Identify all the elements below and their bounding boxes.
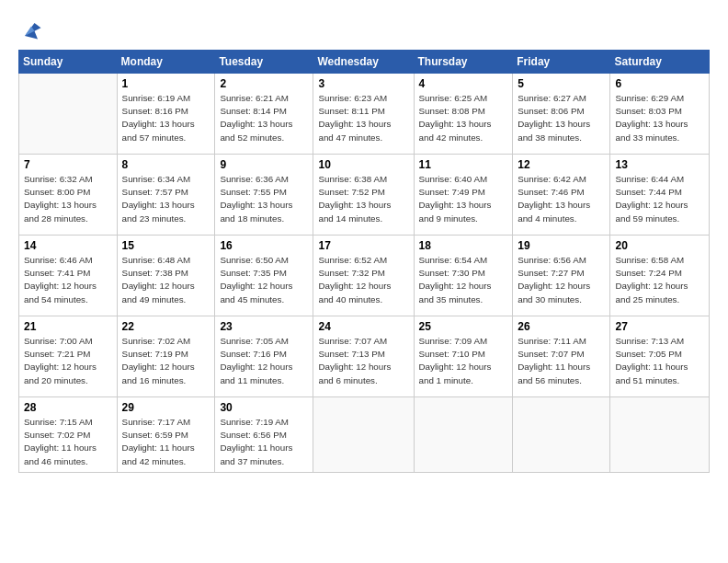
header	[18, 17, 710, 42]
day-info: Sunrise: 6:42 AM Sunset: 7:46 PM Dayligh…	[518, 173, 605, 225]
calendar-cell: 25Sunrise: 7:09 AM Sunset: 7:10 PM Dayli…	[414, 316, 513, 397]
day-number: 9	[220, 158, 308, 171]
day-info: Sunrise: 7:07 AM Sunset: 7:13 PM Dayligh…	[318, 335, 408, 387]
calendar-cell: 9Sunrise: 6:36 AM Sunset: 7:55 PM Daylig…	[215, 155, 313, 236]
day-number: 20	[615, 239, 704, 252]
calendar-cell: 16Sunrise: 6:50 AM Sunset: 7:35 PM Dayli…	[215, 236, 313, 316]
day-number: 18	[419, 239, 508, 252]
day-number: 3	[318, 77, 408, 90]
calendar-cell: 11Sunrise: 6:40 AM Sunset: 7:49 PM Dayli…	[414, 155, 513, 236]
day-info: Sunrise: 6:38 AM Sunset: 7:52 PM Dayligh…	[318, 173, 408, 225]
day-number: 15	[122, 239, 210, 252]
day-info: Sunrise: 6:52 AM Sunset: 7:32 PM Dayligh…	[318, 254, 408, 306]
day-number: 10	[318, 158, 408, 171]
day-number: 19	[518, 239, 605, 252]
day-number: 17	[318, 239, 408, 252]
calendar-cell: 24Sunrise: 7:07 AM Sunset: 7:13 PM Dayli…	[313, 316, 414, 397]
day-info: Sunrise: 7:11 AM Sunset: 7:07 PM Dayligh…	[518, 335, 605, 387]
calendar-cell: 22Sunrise: 7:02 AM Sunset: 7:19 PM Dayli…	[117, 316, 215, 397]
calendar-cell	[19, 74, 118, 155]
weekday-header: Sunday	[19, 51, 118, 74]
logo	[18, 17, 48, 42]
day-info: Sunrise: 6:46 AM Sunset: 7:41 PM Dayligh…	[24, 254, 112, 306]
day-number: 30	[220, 401, 308, 414]
day-number: 4	[419, 77, 508, 90]
day-info: Sunrise: 6:29 AM Sunset: 8:03 PM Dayligh…	[615, 92, 704, 144]
day-number: 5	[518, 77, 605, 90]
calendar-cell: 26Sunrise: 7:11 AM Sunset: 7:07 PM Dayli…	[513, 316, 610, 397]
day-info: Sunrise: 6:32 AM Sunset: 8:00 PM Dayligh…	[24, 173, 112, 225]
day-info: Sunrise: 6:44 AM Sunset: 7:44 PM Dayligh…	[615, 173, 704, 225]
calendar-table: SundayMondayTuesdayWednesdayThursdayFrid…	[18, 50, 710, 473]
calendar-cell: 27Sunrise: 7:13 AM Sunset: 7:05 PM Dayli…	[610, 316, 710, 397]
day-info: Sunrise: 6:23 AM Sunset: 8:11 PM Dayligh…	[318, 92, 408, 144]
calendar-cell: 3Sunrise: 6:23 AM Sunset: 8:11 PM Daylig…	[313, 74, 414, 155]
calendar-cell: 30Sunrise: 7:19 AM Sunset: 6:56 PM Dayli…	[215, 397, 313, 473]
calendar-cell: 18Sunrise: 6:54 AM Sunset: 7:30 PM Dayli…	[414, 236, 513, 316]
calendar-cell: 2Sunrise: 6:21 AM Sunset: 8:14 PM Daylig…	[215, 74, 313, 155]
weekday-header: Friday	[513, 51, 610, 74]
day-number: 12	[518, 158, 605, 171]
calendar-week-row: 21Sunrise: 7:00 AM Sunset: 7:21 PM Dayli…	[19, 316, 710, 397]
day-number: 2	[220, 77, 308, 90]
day-number: 7	[24, 158, 112, 171]
day-info: Sunrise: 6:36 AM Sunset: 7:55 PM Dayligh…	[220, 173, 308, 225]
day-number: 22	[122, 320, 210, 333]
calendar-cell	[610, 397, 710, 473]
day-info: Sunrise: 6:34 AM Sunset: 7:57 PM Dayligh…	[122, 173, 210, 225]
calendar-cell: 15Sunrise: 6:48 AM Sunset: 7:38 PM Dayli…	[117, 236, 215, 316]
calendar-week-row: 7Sunrise: 6:32 AM Sunset: 8:00 PM Daylig…	[19, 155, 710, 236]
calendar-cell: 8Sunrise: 6:34 AM Sunset: 7:57 PM Daylig…	[117, 155, 215, 236]
page: SundayMondayTuesdayWednesdayThursdayFrid…	[0, 0, 728, 563]
calendar-cell: 29Sunrise: 7:17 AM Sunset: 6:59 PM Dayli…	[117, 397, 215, 473]
day-number: 26	[518, 320, 605, 333]
day-info: Sunrise: 6:27 AM Sunset: 8:06 PM Dayligh…	[518, 92, 605, 144]
day-info: Sunrise: 7:05 AM Sunset: 7:16 PM Dayligh…	[220, 335, 308, 387]
day-info: Sunrise: 6:56 AM Sunset: 7:27 PM Dayligh…	[518, 254, 605, 306]
calendar-cell: 20Sunrise: 6:58 AM Sunset: 7:24 PM Dayli…	[610, 236, 710, 316]
calendar-cell	[513, 397, 610, 473]
weekday-header: Thursday	[414, 51, 513, 74]
day-number: 28	[24, 401, 112, 414]
calendar-week-row: 28Sunrise: 7:15 AM Sunset: 7:02 PM Dayli…	[19, 397, 710, 473]
day-number: 8	[122, 158, 210, 171]
logo-icon	[18, 17, 44, 42]
day-number: 25	[419, 320, 508, 333]
day-info: Sunrise: 6:40 AM Sunset: 7:49 PM Dayligh…	[419, 173, 508, 225]
day-number: 13	[615, 158, 704, 171]
day-info: Sunrise: 6:21 AM Sunset: 8:14 PM Dayligh…	[220, 92, 308, 144]
calendar-cell: 14Sunrise: 6:46 AM Sunset: 7:41 PM Dayli…	[19, 236, 118, 316]
day-info: Sunrise: 7:09 AM Sunset: 7:10 PM Dayligh…	[419, 335, 508, 387]
weekday-header: Monday	[117, 51, 215, 74]
day-number: 24	[318, 320, 408, 333]
weekday-header-row: SundayMondayTuesdayWednesdayThursdayFrid…	[19, 51, 710, 74]
calendar-cell: 13Sunrise: 6:44 AM Sunset: 7:44 PM Dayli…	[610, 155, 710, 236]
day-number: 27	[615, 320, 704, 333]
day-info: Sunrise: 6:50 AM Sunset: 7:35 PM Dayligh…	[220, 254, 308, 306]
calendar-week-row: 14Sunrise: 6:46 AM Sunset: 7:41 PM Dayli…	[19, 236, 710, 316]
day-number: 11	[419, 158, 508, 171]
day-info: Sunrise: 7:02 AM Sunset: 7:19 PM Dayligh…	[122, 335, 210, 387]
calendar-cell: 10Sunrise: 6:38 AM Sunset: 7:52 PM Dayli…	[313, 155, 414, 236]
calendar-cell: 21Sunrise: 7:00 AM Sunset: 7:21 PM Dayli…	[19, 316, 118, 397]
day-info: Sunrise: 6:25 AM Sunset: 8:08 PM Dayligh…	[419, 92, 508, 144]
day-info: Sunrise: 6:54 AM Sunset: 7:30 PM Dayligh…	[419, 254, 508, 306]
day-number: 29	[122, 401, 210, 414]
day-info: Sunrise: 6:58 AM Sunset: 7:24 PM Dayligh…	[615, 254, 704, 306]
calendar-week-row: 1Sunrise: 6:19 AM Sunset: 8:16 PM Daylig…	[19, 74, 710, 155]
calendar-cell: 1Sunrise: 6:19 AM Sunset: 8:16 PM Daylig…	[117, 74, 215, 155]
calendar-cell: 7Sunrise: 6:32 AM Sunset: 8:00 PM Daylig…	[19, 155, 118, 236]
calendar-cell: 28Sunrise: 7:15 AM Sunset: 7:02 PM Dayli…	[19, 397, 118, 473]
day-number: 6	[615, 77, 704, 90]
calendar-cell: 6Sunrise: 6:29 AM Sunset: 8:03 PM Daylig…	[610, 74, 710, 155]
calendar-cell: 17Sunrise: 6:52 AM Sunset: 7:32 PM Dayli…	[313, 236, 414, 316]
calendar-cell: 4Sunrise: 6:25 AM Sunset: 8:08 PM Daylig…	[414, 74, 513, 155]
day-info: Sunrise: 7:00 AM Sunset: 7:21 PM Dayligh…	[24, 335, 112, 387]
day-info: Sunrise: 7:13 AM Sunset: 7:05 PM Dayligh…	[615, 335, 704, 387]
calendar-cell	[313, 397, 414, 473]
calendar-cell: 19Sunrise: 6:56 AM Sunset: 7:27 PM Dayli…	[513, 236, 610, 316]
day-number: 14	[24, 239, 112, 252]
day-info: Sunrise: 7:19 AM Sunset: 6:56 PM Dayligh…	[220, 416, 308, 468]
day-info: Sunrise: 7:17 AM Sunset: 6:59 PM Dayligh…	[122, 416, 210, 468]
day-number: 16	[220, 239, 308, 252]
